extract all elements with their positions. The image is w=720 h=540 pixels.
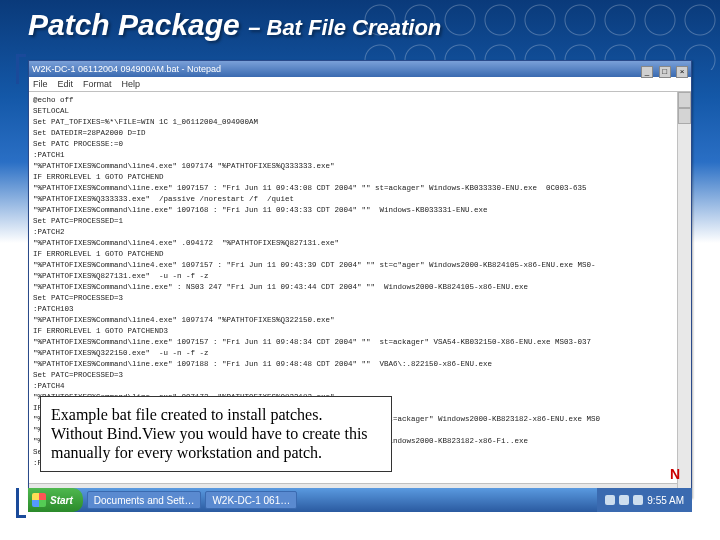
taskbar-button-label: Documents and Sett… xyxy=(94,495,195,506)
system-tray[interactable]: 9:55 AM xyxy=(597,488,692,512)
callout-line: manually for every workstation and patch… xyxy=(51,443,381,462)
notepad-menubar: File Edit Format Help xyxy=(29,77,691,92)
callout-line: Without Bind.View you would have to crea… xyxy=(51,424,381,443)
slide-root: Patch Package – Bat File Creation W2K-DC… xyxy=(0,0,720,540)
callout-line: Example bat file created to install patc… xyxy=(51,405,381,424)
bracket-decor-top xyxy=(16,54,26,84)
menu-edit[interactable]: Edit xyxy=(58,79,74,89)
logo-n-text: N xyxy=(670,466,680,482)
menu-help[interactable]: Help xyxy=(122,79,141,89)
taskbar: Start Documents and Sett… W2K-DC-1 061… … xyxy=(28,488,692,512)
notepad-title-text: W2K-DC-1 06112004 094900AM.bat - Notepad xyxy=(32,64,640,74)
title-main: Patch Package xyxy=(28,8,240,41)
bracket-decor-bottom xyxy=(16,488,26,518)
slide-title: Patch Package – Bat File Creation xyxy=(28,8,441,42)
title-sub: – Bat File Creation xyxy=(248,15,441,40)
start-label: Start xyxy=(50,495,73,506)
menu-file[interactable]: File xyxy=(33,79,48,89)
taskbar-button[interactable]: W2K-DC-1 061… xyxy=(205,491,297,509)
tray-icon[interactable] xyxy=(633,495,643,505)
menu-format[interactable]: Format xyxy=(83,79,112,89)
minimize-button[interactable]: _ xyxy=(641,66,653,78)
tray-clock: 9:55 AM xyxy=(647,495,684,506)
scrollbar-vertical[interactable] xyxy=(677,92,691,497)
windows-icon xyxy=(32,493,46,507)
tray-icon[interactable] xyxy=(605,495,615,505)
close-button[interactable]: × xyxy=(676,66,688,78)
logo-n: N xyxy=(670,466,680,482)
tray-icon[interactable] xyxy=(619,495,629,505)
window-controls: _ □ × xyxy=(640,60,688,78)
callout-box: Example bat file created to install patc… xyxy=(40,396,392,472)
notepad-titlebar[interactable]: W2K-DC-1 06112004 094900AM.bat - Notepad… xyxy=(29,61,691,77)
taskbar-button[interactable]: Documents and Sett… xyxy=(87,491,202,509)
taskbar-button-label: W2K-DC-1 061… xyxy=(212,495,290,506)
maximize-button[interactable]: □ xyxy=(659,66,671,78)
start-button[interactable]: Start xyxy=(28,488,83,512)
